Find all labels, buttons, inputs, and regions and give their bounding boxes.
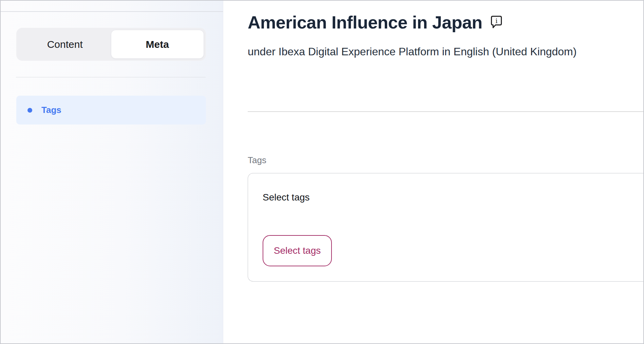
main-content: American Influence in Japan i under Ibex… <box>223 1 643 343</box>
sidebar-item-tags[interactable]: Tags <box>16 96 206 125</box>
content-edit-window: Content Meta Tags American Influence in … <box>0 0 644 344</box>
select-tags-field-label: Select tags <box>263 192 643 203</box>
edit-sidebar: Content Meta Tags <box>1 1 223 343</box>
content-meta-switcher: Content Meta <box>16 28 206 61</box>
tab-content[interactable]: Content <box>19 30 111 58</box>
tags-group-label: Tags <box>248 155 643 166</box>
svg-text:i: i <box>495 17 497 24</box>
header-divider <box>248 111 643 112</box>
active-dot-icon <box>27 108 32 113</box>
content-location-subtitle: under Ibexa Digital Experience Platform … <box>248 45 643 58</box>
tab-meta[interactable]: Meta <box>111 30 204 58</box>
tags-field-card: Select tags Select tags <box>248 173 643 282</box>
select-tags-button[interactable]: Select tags <box>263 235 332 266</box>
sidebar-divider <box>16 77 206 77</box>
sidebar-top-strip <box>1 1 223 12</box>
page-title: American Influence in Japan <box>248 14 482 31</box>
title-row: American Influence in Japan i <box>248 14 643 31</box>
sidebar-item-label: Tags <box>41 105 61 115</box>
info-speech-bubble-icon[interactable]: i <box>491 16 502 31</box>
